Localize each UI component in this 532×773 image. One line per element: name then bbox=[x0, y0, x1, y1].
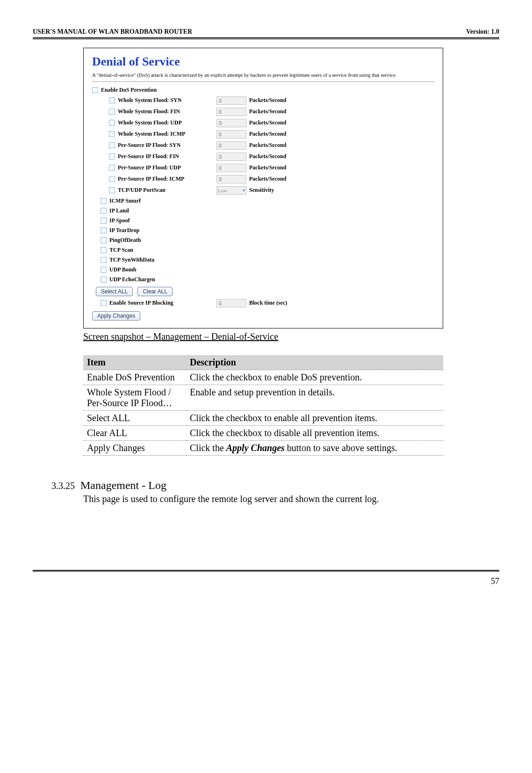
packets-unit: Packets/Second bbox=[249, 119, 286, 126]
section-number: 3.3.25 bbox=[51, 481, 75, 491]
table-cell-desc: Click the checkbox to enable DoS prevent… bbox=[186, 370, 443, 385]
dos-description: A "denial-of-service" (DoS) attack is ch… bbox=[92, 72, 434, 79]
simple-checkbox[interactable] bbox=[101, 247, 107, 253]
simple-label: IP Land bbox=[109, 207, 129, 214]
page-number: 57 bbox=[33, 576, 499, 586]
flood-checkbox[interactable] bbox=[109, 131, 115, 137]
table-cell-desc: Click the Apply Changes button to save a… bbox=[186, 440, 443, 455]
simple-label: PingOfDeath bbox=[109, 237, 141, 244]
table-cell-desc: Click the checkbox to enable all prevent… bbox=[186, 410, 443, 425]
simple-label: UDP EchoChargen bbox=[109, 276, 155, 283]
source-ip-block-label: Enable Source IP Blocking bbox=[109, 299, 173, 306]
simple-checkbox[interactable] bbox=[101, 198, 107, 204]
flood-input[interactable] bbox=[216, 141, 246, 150]
packets-unit: Packets/Second bbox=[249, 175, 286, 182]
flood-label: Per-Source IP Flood: UDP bbox=[118, 164, 181, 171]
flood-checkbox[interactable] bbox=[109, 165, 115, 171]
sensitivity-unit: Sensitivity bbox=[249, 187, 274, 194]
simple-checkbox[interactable] bbox=[101, 277, 107, 283]
block-time-input[interactable] bbox=[216, 299, 246, 307]
packets-unit: Packets/Second bbox=[249, 97, 286, 104]
simple-checkbox[interactable] bbox=[101, 237, 107, 243]
table-cell-desc: Enable and setup prevention in details. bbox=[186, 385, 443, 410]
packets-unit: Packets/Second bbox=[249, 131, 286, 138]
flood-input[interactable] bbox=[216, 175, 246, 183]
table-header-item: Item bbox=[83, 355, 186, 370]
simple-label: TCP Scan bbox=[109, 247, 133, 254]
header-right: Version: 1.0 bbox=[466, 28, 499, 36]
portscan-checkbox[interactable] bbox=[109, 187, 115, 193]
flood-input[interactable] bbox=[216, 96, 246, 105]
packets-unit: Packets/Second bbox=[249, 142, 286, 149]
flood-label: Whole System Flood: SYN bbox=[118, 97, 181, 104]
chevron-down-icon: ▾ bbox=[243, 188, 245, 193]
flood-checkbox[interactable] bbox=[109, 97, 115, 103]
block-time-unit: Block time (sec) bbox=[249, 299, 287, 306]
flood-label: Per-Source IP Flood: SYN bbox=[118, 142, 180, 149]
flood-label: Per-Source IP Flood: ICMP bbox=[118, 175, 184, 182]
divider bbox=[92, 81, 434, 82]
sensitivity-select[interactable]: Low ▾ bbox=[216, 186, 246, 195]
simple-checkbox[interactable] bbox=[101, 257, 107, 263]
enable-dos-checkbox[interactable] bbox=[92, 87, 98, 93]
simple-label: IP TearDrop bbox=[109, 227, 139, 234]
simple-label: IP Spoof bbox=[109, 217, 130, 224]
flood-checkbox[interactable] bbox=[109, 109, 115, 115]
footer-rule bbox=[33, 570, 499, 572]
table-cell-item: Select ALL bbox=[83, 410, 186, 425]
table-cell-item: Clear ALL bbox=[83, 425, 186, 440]
simple-checkbox[interactable] bbox=[101, 267, 107, 273]
flood-checkbox[interactable] bbox=[109, 176, 115, 182]
header-rule bbox=[33, 37, 499, 39]
simple-checkbox[interactable] bbox=[101, 218, 107, 224]
enable-dos-label: Enable DoS Prevention bbox=[101, 87, 157, 94]
packets-unit: Packets/Second bbox=[249, 108, 286, 115]
header-left: USER'S MANUAL OF WLAN BROADBAND ROUTER bbox=[33, 28, 192, 36]
section-body: This page is used to configure the remot… bbox=[83, 494, 462, 504]
simple-checkbox[interactable] bbox=[101, 227, 107, 233]
apply-changes-button[interactable]: Apply Changes bbox=[92, 311, 140, 321]
flood-label: Whole System Flood: FIN bbox=[118, 108, 180, 115]
portscan-label: TCP/UDP PortScan bbox=[118, 187, 165, 194]
clear-all-button[interactable]: Clear ALL bbox=[137, 287, 173, 296]
simple-label: TCP SynWithData bbox=[109, 256, 154, 263]
simple-label: ICMP Smurf bbox=[109, 197, 141, 204]
table-cell-item: Whole System Flood / Per-Source IP Flood… bbox=[83, 385, 186, 410]
packets-unit: Packets/Second bbox=[249, 153, 286, 160]
table-cell-desc: Click the checkbox to disable all preven… bbox=[186, 425, 443, 440]
simple-checkbox[interactable] bbox=[101, 208, 107, 214]
section-title: Management - Log bbox=[80, 479, 166, 492]
flood-input[interactable] bbox=[216, 108, 246, 116]
table-cell-item: Apply Changes bbox=[83, 440, 186, 455]
flood-label: Per-Source IP Flood: FIN bbox=[118, 153, 179, 160]
flood-label: Whole System Flood: UDP bbox=[118, 119, 182, 126]
screenshot-caption: Screen snapshot – Management – Denial-of… bbox=[83, 331, 499, 342]
flood-checkbox[interactable] bbox=[109, 153, 115, 160]
source-ip-block-checkbox[interactable] bbox=[101, 300, 107, 306]
description-table: Item Description Enable DoS PreventionCl… bbox=[83, 355, 443, 456]
flood-input[interactable] bbox=[216, 164, 246, 172]
flood-input[interactable] bbox=[216, 153, 246, 161]
table-cell-item: Enable DoS Prevention bbox=[83, 370, 186, 385]
flood-checkbox[interactable] bbox=[109, 142, 115, 148]
flood-input[interactable] bbox=[216, 130, 246, 139]
dos-title: Denial of Service bbox=[92, 55, 434, 69]
table-header-description: Description bbox=[186, 355, 443, 370]
dos-screenshot-panel: Denial of Service A "denial-of-service" … bbox=[83, 48, 443, 328]
flood-input[interactable] bbox=[216, 119, 246, 127]
packets-unit: Packets/Second bbox=[249, 164, 286, 171]
select-all-button[interactable]: Select ALL bbox=[96, 287, 133, 296]
page-header: USER'S MANUAL OF WLAN BROADBAND ROUTER V… bbox=[33, 28, 499, 36]
flood-checkbox[interactable] bbox=[109, 120, 115, 126]
simple-label: UDP Bomb bbox=[109, 266, 137, 273]
flood-label: Whole System Flood: ICMP bbox=[118, 131, 185, 138]
